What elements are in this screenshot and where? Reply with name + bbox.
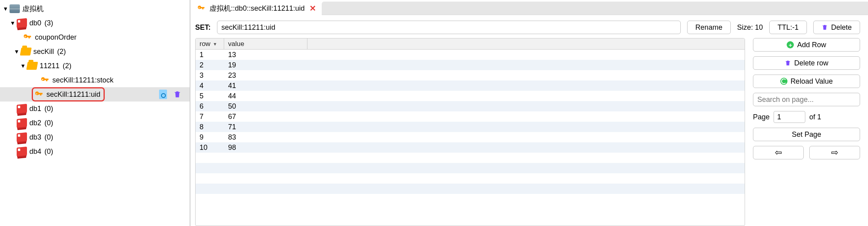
main-pane: 虚拟机::db0::secKill:11211:uid ✕ SET: Renam… bbox=[190, 0, 868, 226]
cell-row: 10 bbox=[196, 144, 224, 152]
table-row[interactable]: 1098 bbox=[196, 142, 745, 153]
table-row-empty bbox=[196, 184, 745, 194]
cell-value: 83 bbox=[224, 133, 745, 142]
reload-value-button[interactable]: Reload Value bbox=[753, 75, 860, 88]
tree-couponorder-row[interactable]: couponOrder bbox=[0, 30, 190, 44]
table-row-empty bbox=[196, 194, 745, 204]
tree-db3-label: db3 bbox=[27, 133, 41, 142]
page-input[interactable] bbox=[774, 111, 805, 123]
table-row[interactable]: 219 bbox=[196, 60, 745, 70]
server-icon bbox=[10, 4, 20, 14]
tree-uid-label: secKill:11211:uid bbox=[44, 90, 100, 99]
tree-server-label: 虚拟机 bbox=[20, 4, 44, 13]
tree-db2-row[interactable]: ▼ db2 (0) bbox=[0, 116, 190, 130]
trash-icon[interactable] bbox=[172, 89, 182, 100]
key-file-icon[interactable] bbox=[158, 89, 168, 100]
plus-icon: + bbox=[787, 41, 794, 48]
cell-row: 3 bbox=[196, 71, 224, 80]
tree-db4-row[interactable]: ▼ db4 (0) bbox=[0, 144, 190, 159]
table-col-row[interactable]: row ▼ bbox=[196, 38, 224, 49]
tree-couponorder-label: couponOrder bbox=[33, 33, 77, 42]
table-row[interactable]: 650 bbox=[196, 101, 745, 111]
delete-row-label: Delete row bbox=[794, 59, 828, 67]
table-row[interactable]: 871 bbox=[196, 122, 745, 132]
tree-db3-count: (0) bbox=[41, 133, 53, 142]
page-of-label: of 1 bbox=[809, 113, 821, 121]
table-row[interactable]: 544 bbox=[196, 91, 745, 101]
tree-db0-label: db0 bbox=[27, 19, 41, 27]
trash-icon bbox=[785, 59, 791, 67]
cell-row: 8 bbox=[196, 123, 224, 131]
table-row[interactable]: 983 bbox=[196, 132, 745, 142]
tab-active[interactable]: 虚拟机::db0::secKill:11211:uid ✕ bbox=[190, 2, 322, 15]
tree-uid-row[interactable]: secKill:11211:uid bbox=[0, 87, 190, 102]
tree-seckill-row[interactable]: ▼ secKill (2) bbox=[0, 44, 190, 59]
table-row[interactable]: 441 bbox=[196, 80, 745, 91]
value-table: row ▼ value 1132193234415446507678719831… bbox=[195, 38, 745, 226]
folder-open-icon bbox=[27, 61, 37, 71]
ttl-button[interactable]: TTL:-1 bbox=[769, 21, 807, 34]
delete-row-button[interactable]: Delete row bbox=[753, 56, 860, 70]
tree-seckill-label: secKill bbox=[31, 48, 54, 56]
tree-stock-label: secKill:11211:stock bbox=[50, 76, 113, 84]
tree-db0-row[interactable]: ▼ db0 (3) bbox=[0, 16, 190, 30]
tree-stock-row[interactable]: ▼ secKill:11211:stock bbox=[0, 73, 190, 87]
folder-open-icon bbox=[21, 46, 31, 57]
tab-title: 虚拟机::db0::secKill:11211:uid bbox=[209, 4, 305, 13]
database-icon bbox=[17, 18, 27, 28]
reload-value-label: Reload Value bbox=[791, 77, 833, 86]
cell-value: 19 bbox=[224, 61, 745, 69]
table-head: row ▼ value bbox=[196, 38, 745, 50]
table-body: 1132193234415446507678719831098 bbox=[196, 50, 745, 226]
tree-11211-row[interactable]: ▼ 11211 (2) bbox=[0, 59, 190, 73]
next-page-button[interactable]: ⇨ bbox=[809, 146, 860, 159]
delete-key-button[interactable]: Delete bbox=[813, 21, 860, 34]
caret-down-icon: ▼ bbox=[2, 6, 10, 12]
table-row[interactable]: 323 bbox=[196, 70, 745, 80]
tree-db4-label: db4 bbox=[27, 147, 41, 156]
table-col-value-label: value bbox=[228, 40, 244, 48]
table-row-empty bbox=[196, 163, 745, 173]
cell-row: 2 bbox=[196, 61, 224, 69]
caret-down-icon: ▼ bbox=[9, 20, 17, 26]
cell-value: 44 bbox=[224, 92, 745, 100]
database-icon bbox=[17, 146, 27, 157]
caret-down-icon: ▼ bbox=[19, 63, 27, 69]
add-row-button[interactable]: + Add Row bbox=[753, 38, 860, 52]
page-nav: ⇦ ⇨ bbox=[753, 146, 860, 159]
tree-db3-row[interactable]: ▼ db3 (0) bbox=[0, 130, 190, 144]
reload-icon bbox=[780, 78, 787, 85]
key-name-input[interactable] bbox=[217, 21, 681, 34]
search-input[interactable] bbox=[753, 93, 860, 106]
delete-key-label: Delete bbox=[831, 23, 852, 32]
cell-value: 13 bbox=[224, 51, 745, 59]
tree-seckill-count: (2) bbox=[54, 48, 66, 56]
table-row-empty bbox=[196, 173, 745, 184]
tree-server-row[interactable]: ▼ 虚拟机 bbox=[0, 2, 190, 16]
cell-row: 6 bbox=[196, 102, 224, 111]
trash-icon bbox=[822, 24, 828, 31]
database-icon bbox=[17, 103, 27, 114]
caret-down-icon: ▼ bbox=[13, 48, 21, 55]
prev-page-button[interactable]: ⇦ bbox=[753, 146, 804, 159]
selected-highlight: secKill:11211:uid bbox=[32, 87, 105, 102]
close-icon[interactable]: ✕ bbox=[309, 4, 316, 13]
table-col-value[interactable]: value bbox=[224, 38, 307, 49]
table-row[interactable]: 113 bbox=[196, 50, 745, 60]
sort-desc-icon: ▼ bbox=[213, 42, 217, 46]
page-label: Page bbox=[753, 113, 770, 121]
tree-db0-count: (3) bbox=[41, 19, 53, 27]
page-row: Page of 1 bbox=[753, 111, 860, 123]
set-page-button[interactable]: Set Page bbox=[753, 128, 860, 141]
cell-value: 23 bbox=[224, 71, 745, 80]
cell-row: 1 bbox=[196, 51, 224, 59]
tree-11211-count: (2) bbox=[60, 62, 71, 70]
tree-row-actions bbox=[158, 89, 190, 100]
tree-db1-count: (0) bbox=[41, 105, 53, 113]
tree-db2-count: (0) bbox=[41, 119, 53, 127]
table-row[interactable]: 767 bbox=[196, 111, 745, 122]
tree-db1-row[interactable]: ▼ db1 (0) bbox=[0, 102, 190, 116]
rename-button[interactable]: Rename bbox=[687, 21, 731, 34]
value-sidepanel: + Add Row Delete row Reload Value Page o… bbox=[753, 38, 860, 226]
table-col-row-label: row bbox=[200, 40, 210, 48]
